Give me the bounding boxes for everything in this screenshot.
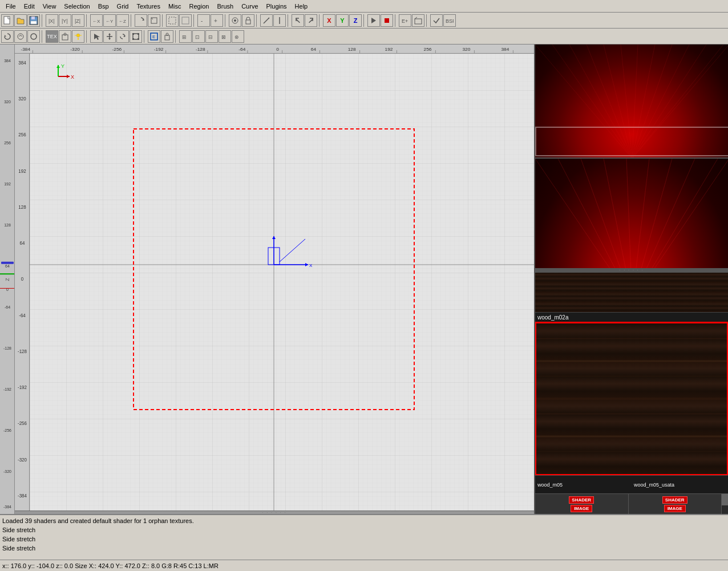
menu-curve[interactable]: Curve: [238, 2, 261, 11]
tb-snap1[interactable]: ⊞: [179, 30, 192, 43]
tb-compile[interactable]: BSP: [443, 14, 456, 27]
grid-viewport-2d[interactable]: X Y X: [30, 54, 534, 511]
menu-file[interactable]: File: [2, 2, 19, 11]
svg-text:-192: -192: [3, 387, 11, 392]
menu-bsp[interactable]: Bsp: [95, 2, 112, 11]
menu-textures[interactable]: Textures: [133, 2, 164, 11]
tb-snap2[interactable]: ⊡: [192, 30, 205, 43]
svg-text:-: -: [201, 18, 203, 24]
menu-grid[interactable]: Grid: [114, 2, 132, 11]
sep-7: [256, 14, 258, 27]
tb-move-z[interactable]: ←Z→: [116, 14, 129, 27]
tb-tex-lock[interactable]: [242, 14, 254, 27]
new-button[interactable]: [1, 14, 14, 27]
svg-rect-44: [132, 33, 134, 35]
open-button[interactable]: [14, 14, 27, 27]
tb-brush-prim[interactable]: [412, 14, 424, 27]
tb-tex-browser[interactable]: TEX: [46, 30, 58, 43]
sep-1: [42, 14, 44, 27]
tb-snap4[interactable]: ⊠: [219, 30, 231, 43]
3d-view-bottom[interactable]: · · · · · ·: [535, 159, 728, 273]
menu-help[interactable]: Help: [292, 2, 312, 11]
svg-text:-64: -64: [19, 313, 26, 318]
tb-check[interactable]: [430, 14, 443, 27]
menu-edit[interactable]: Edit: [21, 2, 38, 11]
svg-text:-384: -384: [3, 505, 11, 509]
svg-line-134: [552, 44, 632, 157]
tb-sel-all[interactable]: [166, 14, 179, 27]
svg-text:-256: -256: [112, 47, 122, 52]
tb-light-tool[interactable]: [72, 30, 84, 43]
menu-selection[interactable]: Selection: [60, 2, 93, 11]
tb-clip[interactable]: [260, 14, 273, 27]
3d-resize-handle[interactable]: · · · · · ·: [535, 268, 728, 272]
texture-browser: wood_m02a: [535, 273, 728, 514]
tb-grid-dec[interactable]: -: [197, 14, 210, 27]
image-button-1[interactable]: IMAGE: [571, 505, 592, 512]
tb-undo[interactable]: [292, 14, 304, 27]
tb-y-axis[interactable]: Y: [336, 14, 349, 27]
tb-translate-tool[interactable]: [103, 30, 116, 43]
tb-player-start[interactable]: [161, 30, 173, 43]
shader-button-1[interactable]: SHADER: [569, 496, 594, 504]
menu-region[interactable]: Region: [186, 2, 213, 11]
tb-stop[interactable]: [381, 14, 393, 27]
viewport-area[interactable]: 384 320 256 192 128 64 0 -64 -128 -192 -…: [15, 54, 534, 511]
tb-grid-inc[interactable]: +: [211, 14, 223, 27]
3d-view-top[interactable]: [535, 44, 728, 159]
svg-text:-256: -256: [18, 421, 27, 426]
scrollbar-thumb[interactable]: [722, 494, 728, 505]
svg-rect-45: [137, 33, 139, 35]
tb-loop[interactable]: [14, 30, 27, 43]
tb-move-x[interactable]: ←X→: [90, 14, 103, 27]
tb-entity-place2[interactable]: E: [148, 30, 160, 43]
tb-snap5[interactable]: ⊗: [232, 30, 244, 43]
tb-select-tool[interactable]: [90, 30, 103, 43]
menu-misc[interactable]: Misc: [165, 2, 185, 11]
svg-text:Y: Y: [61, 63, 64, 69]
viewport-resize-handle[interactable]: · · · · · ·: [15, 511, 534, 514]
tb-rotate-tool[interactable]: [116, 30, 129, 43]
tb-z-axis[interactable]: Z: [349, 14, 362, 27]
svg-text:←Z→: ←Z→: [119, 19, 127, 24]
tb-refresh[interactable]: [1, 30, 14, 43]
tb-circle-tool[interactable]: [27, 30, 40, 43]
tb-split[interactable]: [273, 14, 286, 27]
toolbar-2: TEX E ⊞ ⊡ ⊟ ⊠ ⊗: [0, 29, 728, 44]
svg-line-139: [632, 44, 638, 157]
tb-cam-move[interactable]: [229, 14, 241, 27]
menu-plugins[interactable]: Plugins: [263, 2, 290, 11]
svg-text:-64: -64: [238, 47, 246, 52]
tb-snap-y[interactable]: |Y|: [59, 14, 71, 27]
tb-move-y[interactable]: ←Y→: [103, 14, 116, 27]
top-ruler-row: -384 -320 -256 -192 -128 -64 0 64: [15, 44, 534, 54]
image-button-2[interactable]: IMAGE: [664, 505, 686, 512]
svg-point-31: [31, 34, 37, 39]
svg-rect-72: [1, 262, 14, 264]
tb-scale-tool[interactable]: [130, 30, 142, 43]
save-button[interactable]: [27, 14, 40, 27]
texture-preview-top[interactable]: [535, 273, 728, 313]
menu-view[interactable]: View: [39, 2, 60, 11]
tb-entity-browser[interactable]: [59, 30, 71, 43]
tb-entity-place[interactable]: E+: [399, 14, 411, 27]
svg-text:⊗: ⊗: [234, 34, 239, 40]
svg-rect-100: [15, 54, 30, 511]
tb-redo[interactable]: [305, 14, 317, 27]
svg-marker-40: [108, 33, 111, 35]
tb-scale[interactable]: [148, 14, 160, 27]
tb-desel[interactable]: [179, 14, 192, 27]
menu-brush[interactable]: Brush: [213, 2, 237, 11]
svg-text:256: 256: [18, 132, 26, 137]
svg-rect-0: [4, 17, 10, 24]
svg-text:-64: -64: [5, 305, 10, 310]
tb-snap3[interactable]: ⊟: [205, 30, 218, 43]
shader-button-2[interactable]: SHADER: [662, 496, 687, 504]
tb-snap-z[interactable]: |Z|: [72, 14, 84, 27]
tb-run[interactable]: [367, 14, 380, 27]
tb-snap-x[interactable]: |X|: [46, 14, 58, 27]
texture-main-selected[interactable]: [535, 322, 728, 475]
tb-x-axis[interactable]: X: [323, 14, 335, 27]
tb-rotate[interactable]: [135, 14, 147, 27]
texture-scrollbar[interactable]: [721, 494, 728, 514]
